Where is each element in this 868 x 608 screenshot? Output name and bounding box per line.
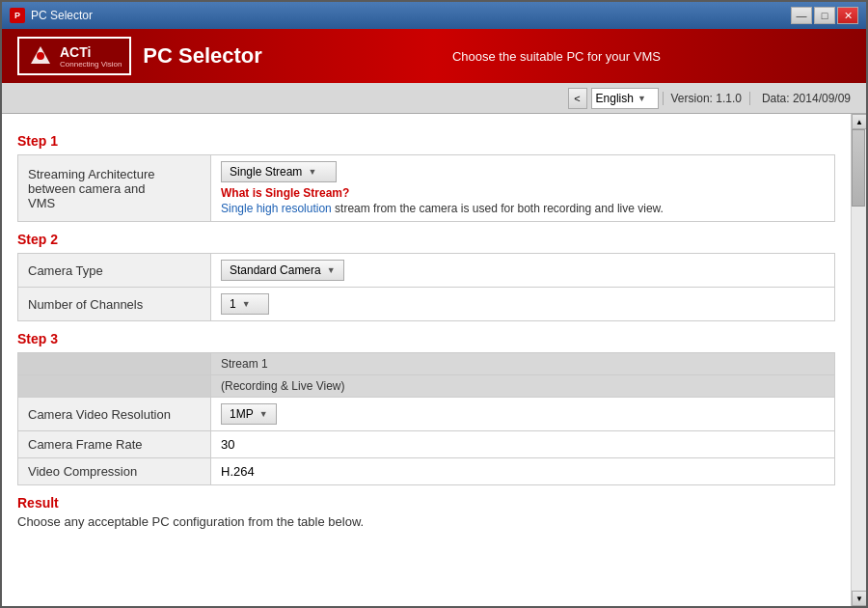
channels-arrow: ▼: [242, 299, 251, 309]
channels-value-cell: 1 ▼: [211, 288, 835, 321]
step1-table: Streaming Architecturebetween camera and…: [17, 154, 835, 222]
camera-type-value: Standard Camera: [230, 263, 321, 277]
header-subtitle: Choose the suitable PC for your VMS: [452, 49, 661, 64]
step3-heading: Step 3: [17, 331, 835, 346]
date-info: Data: 2014/09/09: [754, 92, 858, 105]
frame-rate-value: 30: [221, 437, 234, 452]
maximize-button[interactable]: □: [814, 7, 835, 24]
single-stream-dropdown[interactable]: Single Stream ▼: [221, 161, 337, 182]
app-header: ACTi Connecting Vision PC Selector Choos…: [2, 29, 866, 83]
main-window: P PC Selector — □ ✕ ACTi Connecting Visi…: [0, 0, 868, 608]
channels-label: Number of Channels: [18, 288, 211, 321]
streaming-architecture-label: Streaming Architecturebetween camera and…: [18, 155, 211, 222]
compression-row: Video Compression H.264: [18, 458, 835, 485]
logo-icon: [27, 42, 54, 69]
channels-value: 1: [230, 297, 236, 311]
description-rest: stream from the camera is used for both …: [332, 202, 664, 215]
scroll-area: Step 1 Streaming Architecturebetween cam…: [2, 114, 851, 606]
streaming-architecture-value: Single Stream ▼ What is Single Stream? S…: [211, 155, 835, 222]
stream-subtitle-empty-cell: [18, 375, 211, 398]
window-title: PC Selector: [31, 9, 791, 22]
camera-type-dropdown[interactable]: Standard Camera ▼: [221, 260, 344, 281]
main-content: Step 1 Streaming Architecturebetween cam…: [2, 114, 866, 606]
result-text: Choose any acceptable PC configuration f…: [17, 514, 835, 529]
resolution-value-cell: 1MP ▼: [211, 398, 835, 431]
stream-label-row: Stream 1: [18, 353, 835, 375]
single-stream-value: Single Stream: [230, 165, 302, 179]
minimize-button[interactable]: —: [791, 7, 812, 24]
language-value: English: [596, 92, 634, 105]
resolution-dropdown[interactable]: 1MP ▼: [221, 403, 277, 425]
resolution-row: Camera Video Resolution 1MP ▼: [18, 398, 835, 431]
compression-value-cell: H.264: [211, 458, 835, 485]
toolbar: < English ▼ Version: 1.1.0 Data: 2014/09…: [2, 83, 866, 114]
frame-rate-row: Camera Frame Rate 30: [18, 431, 835, 458]
result-heading: Result: [17, 495, 835, 511]
camera-type-row: Camera Type Standard Camera ▼: [18, 254, 835, 288]
logo-text: ACTi Connecting Vision: [60, 44, 122, 69]
step3-table: Stream 1 (Recording & Live View) Camera …: [17, 352, 835, 485]
frame-rate-label: Camera Frame Rate: [18, 431, 211, 458]
what-is-single-stream: What is Single Stream?: [221, 186, 825, 200]
description-highlight: Single high resolution: [221, 202, 332, 215]
streaming-architecture-row: Streaming Architecturebetween camera and…: [18, 155, 835, 222]
resolution-label: Camera Video Resolution: [18, 398, 211, 431]
stream-label-cell: Stream 1: [211, 353, 835, 375]
window-icon: P: [10, 8, 25, 23]
svg-text:P: P: [14, 11, 20, 20]
title-bar: P PC Selector — □ ✕: [2, 2, 866, 29]
channels-dropdown[interactable]: 1 ▼: [221, 293, 269, 315]
resolution-arrow: ▼: [259, 409, 268, 419]
resolution-value: 1MP: [230, 407, 254, 421]
compression-label: Video Compression: [18, 458, 211, 485]
scroll-track[interactable]: [852, 129, 866, 591]
stream-subtitle-row: (Recording & Live View): [18, 375, 835, 398]
scroll-up-button[interactable]: ▲: [852, 114, 866, 129]
camera-type-value-cell: Standard Camera ▼: [211, 254, 835, 288]
scroll-down-button[interactable]: ▼: [852, 591, 866, 606]
camera-type-label: Camera Type: [18, 254, 211, 288]
scrollbar: ▲ ▼: [851, 114, 866, 606]
logo-box: ACTi Connecting Vision: [17, 37, 131, 75]
step2-table: Camera Type Standard Camera ▼ Number of …: [17, 253, 835, 321]
step1-heading: Step 1: [17, 133, 835, 149]
lang-prev-button[interactable]: <: [568, 88, 587, 109]
stream-description: Single high resolution stream from the c…: [221, 202, 825, 215]
app-title: PC Selector: [143, 43, 262, 69]
compression-value: H.264: [221, 464, 255, 479]
svg-point-4: [37, 52, 44, 60]
frame-rate-value-cell: 30: [211, 431, 835, 458]
close-button[interactable]: ✕: [837, 7, 858, 24]
language-select[interactable]: English ▼: [591, 88, 659, 109]
scroll-thumb[interactable]: [852, 129, 865, 207]
stream-dropdown-arrow: ▼: [308, 167, 316, 177]
window-controls: — □ ✕: [791, 7, 858, 24]
step2-heading: Step 2: [17, 232, 835, 247]
stream-empty-cell: [18, 353, 211, 375]
language-dropdown-arrow: ▼: [637, 94, 646, 103]
camera-type-arrow: ▼: [327, 265, 336, 275]
channels-row: Number of Channels 1 ▼: [18, 288, 835, 321]
version-info: Version: 1.1.0: [663, 92, 750, 105]
stream-subtitle-cell: (Recording & Live View): [211, 375, 835, 398]
